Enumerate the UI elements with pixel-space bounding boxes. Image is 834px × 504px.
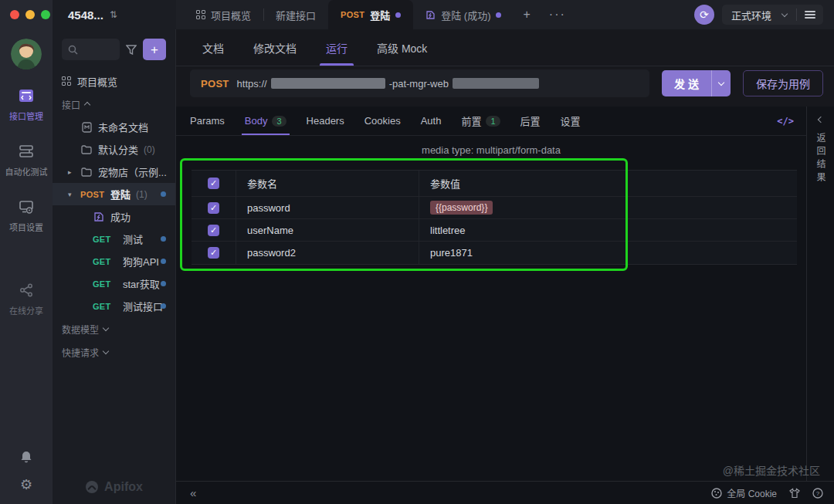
- tree-item[interactable]: ▾ ▸ 默认分类 (0): [53, 138, 175, 161]
- doc-tab[interactable]: 运行: [326, 29, 348, 66]
- request-tab[interactable]: Body 3: [245, 107, 286, 135]
- add-api-button[interactable]: +: [143, 39, 166, 60]
- column-header-name: 参数名: [236, 171, 419, 196]
- theme-shirt-icon[interactable]: [789, 488, 800, 499]
- doc-tab[interactable]: 文档: [202, 29, 224, 66]
- section-quick-request[interactable]: 快捷请求: [53, 340, 175, 364]
- row-checkbox[interactable]: ✓: [208, 202, 219, 214]
- column-header-value: 参数值: [419, 176, 797, 191]
- rail-item-online-share[interactable]: 在线分享: [9, 281, 43, 316]
- svg-text:?: ?: [816, 490, 820, 497]
- expand-icon: [103, 324, 109, 330]
- request-tab[interactable]: Auth: [421, 107, 442, 135]
- search-input[interactable]: [62, 39, 120, 60]
- collapse-sidebar-icon[interactable]: «: [190, 486, 196, 499]
- test-case-icon: [93, 211, 105, 223]
- result-rail-label[interactable]: 返回结果: [814, 133, 827, 185]
- expand-result-icon[interactable]: [817, 117, 823, 123]
- rail-item-automation-test[interactable]: 自动化测试: [5, 142, 48, 178]
- url-redacted-block: [271, 78, 385, 89]
- table-row[interactable]: ✓ userName littletree: [192, 219, 797, 242]
- project-switch-icon: ⇅: [110, 9, 117, 20]
- tree-item[interactable]: ▾ ▸ 未命名文档: [53, 116, 175, 138]
- settings-gear-icon[interactable]: ⚙: [20, 476, 32, 493]
- more-tabs-button[interactable]: ···: [540, 0, 575, 29]
- sidebar: + 项目概览 接口 ▾ ▸: [53, 29, 176, 504]
- tree-item[interactable]: ▾ ▸ GET 狗狗API: [53, 250, 175, 272]
- rail-item-project-settings[interactable]: 项目设置: [9, 198, 43, 233]
- doc-tabs: 文档 修改文档 运行 高级 Mock: [176, 29, 834, 66]
- request-tab[interactable]: 前置 1: [461, 107, 500, 135]
- method-label: POST: [201, 78, 229, 90]
- environment-zone: ⟳ 正式环境: [683, 0, 834, 29]
- chevron-down-icon: [781, 10, 788, 16]
- row-checkbox[interactable]: ✓: [208, 225, 219, 236]
- section-api[interactable]: 接口: [53, 93, 175, 116]
- tab-new-api[interactable]: 新建接口: [263, 0, 328, 29]
- minimize-window-button[interactable]: [25, 10, 35, 19]
- tree-item[interactable]: ▾ ▸ GET 测试接口: [53, 295, 175, 317]
- environment-menu-button[interactable]: [797, 9, 823, 20]
- rail-item-api-management[interactable]: 接口管理: [9, 86, 43, 122]
- main-area: 文档 修改文档 运行 高级 Mock POST https://-pat-mg: [176, 29, 834, 504]
- modified-dot: [161, 303, 166, 309]
- section-data-model[interactable]: 数据模型: [53, 317, 175, 340]
- request-tab[interactable]: 设置: [561, 107, 581, 135]
- unsaved-dot: [496, 12, 501, 18]
- expand-icon: [103, 347, 109, 353]
- url-input[interactable]: POST https://-pat-mgr-web: [190, 69, 649, 97]
- environment-select[interactable]: 正式环境: [722, 8, 796, 22]
- request-tab[interactable]: Params: [190, 107, 225, 135]
- test-case-icon: [425, 10, 436, 20]
- close-window-button[interactable]: [10, 10, 19, 19]
- doc-tab[interactable]: 修改文档: [253, 29, 297, 66]
- status-bar: « 全局 Cookie ?: [176, 481, 834, 504]
- api-tree: 项目概览 接口 ▾ ▸: [53, 68, 175, 470]
- row-checkbox[interactable]: ✓: [208, 247, 219, 259]
- caret-down-icon[interactable]: ▾: [68, 191, 72, 198]
- tree-item[interactable]: ▾ ▸ 宠物店（示例...: [53, 161, 175, 183]
- sync-button[interactable]: ⟳: [694, 5, 714, 25]
- tree-item[interactable]: ▾ ▸ GET 测试: [53, 228, 175, 250]
- tab-project-overview[interactable]: 项目概览: [184, 0, 263, 29]
- avatar[interactable]: [11, 39, 42, 69]
- global-cookie-button[interactable]: 全局 Cookie: [711, 486, 777, 499]
- table-header-row: ✓ 参数名 参数值: [192, 171, 797, 197]
- send-button[interactable]: 发 送: [662, 70, 731, 96]
- tab-login-success-case[interactable]: 登陆 (成功): [413, 0, 514, 29]
- add-tab-button[interactable]: +: [514, 0, 539, 29]
- select-all-checkbox[interactable]: ✓: [208, 178, 219, 189]
- project-switcher[interactable]: 4548... ⇅: [53, 0, 176, 29]
- help-icon[interactable]: ?: [812, 488, 823, 499]
- folder-icon: [80, 166, 93, 178]
- request-tab[interactable]: 后置: [520, 107, 541, 135]
- send-options-caret[interactable]: [711, 70, 731, 96]
- filter-icon[interactable]: [126, 45, 137, 55]
- code-view-icon[interactable]: </>: [777, 116, 794, 127]
- request-tab[interactable]: Cookies: [364, 107, 401, 135]
- save-as-case-button[interactable]: 保存为用例: [743, 70, 823, 96]
- table-row[interactable]: ✓ password {{password}}: [192, 197, 797, 219]
- caret-right-icon[interactable]: ▸: [68, 168, 72, 176]
- tree-item[interactable]: ▾ ▸ POST 登陆 (1): [53, 183, 175, 205]
- tree-item[interactable]: ▾ ▸ GET star获取: [53, 272, 175, 295]
- modified-dot: [161, 281, 166, 286]
- folder-icon: [80, 144, 93, 156]
- table-row[interactable]: ✓ password2 pure1871: [192, 242, 797, 264]
- tree-item[interactable]: ▾ ▸ 成功: [53, 205, 175, 228]
- share-icon: [17, 281, 36, 299]
- params-table: ✓ 参数名 参数值 ✓ password {{password}}: [192, 170, 797, 265]
- tab-post-login[interactable]: POST 登陆: [328, 0, 413, 29]
- notifications-bell-icon[interactable]: [19, 450, 33, 464]
- doc-tab[interactable]: 高级 Mock: [377, 29, 427, 66]
- workspace-tabs: 项目概览 新建接口 POST 登陆 登陆 (成功) + ···: [176, 0, 683, 29]
- sidebar-item-overview[interactable]: 项目概览: [53, 69, 175, 93]
- automation-test-icon: [17, 142, 36, 161]
- request-url-row: POST https://-pat-mgr-web 发 送 保存为用例: [176, 66, 834, 107]
- request-tab[interactable]: Headers: [307, 107, 344, 135]
- result-rail: 返回结果: [806, 107, 834, 481]
- overview-grid-icon: [196, 10, 205, 19]
- collapse-icon: [84, 102, 90, 108]
- search-icon: [68, 45, 78, 55]
- zoom-window-button[interactable]: [41, 10, 50, 19]
